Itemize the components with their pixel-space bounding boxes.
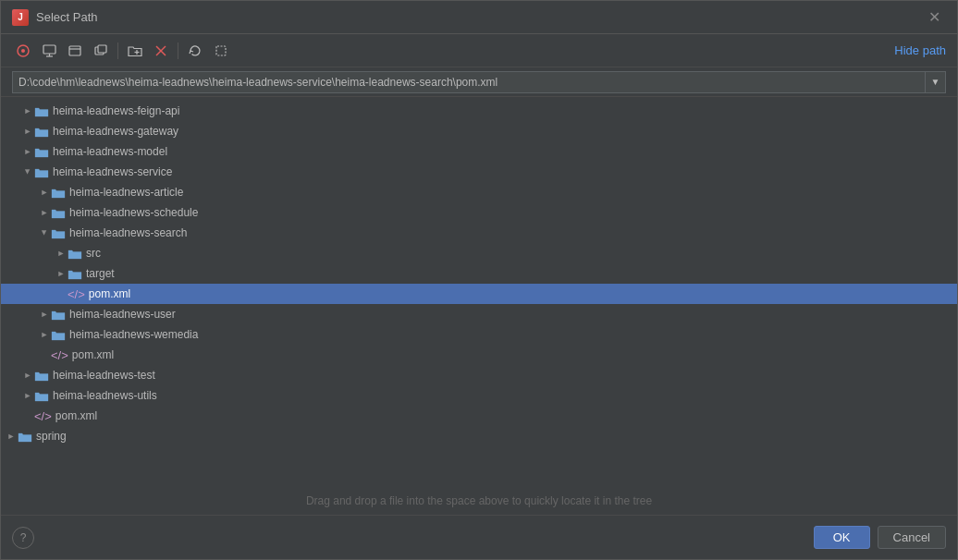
expand-arrow[interactable]: ► — [38, 186, 51, 199]
path-input[interactable] — [12, 71, 926, 93]
tree-item[interactable]: ► heima-leadnews-feign-api — [1, 101, 957, 121]
tree-item[interactable]: ►</>pom.xml — [1, 345, 957, 365]
item-label: heima-leadnews-schedule — [69, 206, 198, 219]
item-label: src — [86, 247, 101, 260]
folder-icon — [68, 247, 82, 260]
folder-icon — [34, 125, 49, 138]
tree-item[interactable]: ► heima-leadnews-test — [1, 365, 957, 385]
cancel-button[interactable]: Cancel — [878, 526, 946, 549]
tree-item[interactable]: ► heima-leadnews-gateway — [1, 121, 957, 141]
footer-buttons: OK Cancel — [814, 526, 946, 549]
home-button[interactable] — [12, 40, 34, 62]
expand-arrow[interactable]: ► — [21, 104, 34, 117]
svg-point-1 — [21, 49, 25, 53]
new-folder-button[interactable] — [124, 40, 146, 62]
folder-icon — [34, 165, 49, 178]
hide-path-button[interactable]: Hide path — [894, 43, 946, 57]
separator-1 — [117, 43, 118, 59]
window-button[interactable] — [64, 40, 86, 62]
item-label: spring — [36, 430, 67, 443]
tree-item[interactable]: ► heima-leadnews-model — [1, 141, 957, 162]
path-bar: ▼ — [1, 67, 957, 97]
tree-item[interactable]: ► heima-leadnews-schedule — [1, 202, 957, 223]
expand-arrow[interactable]: ► — [21, 165, 34, 178]
folder-icon — [18, 430, 32, 443]
item-label: pom.xml — [72, 348, 114, 361]
item-label: pom.xml — [89, 287, 130, 300]
expand-arrow[interactable]: ► — [38, 308, 51, 321]
tree-item[interactable]: ► src — [1, 243, 957, 263]
svg-rect-8 — [98, 45, 106, 53]
help-button[interactable]: ? — [12, 527, 34, 549]
item-label: heima-leadnews-feign-api — [53, 104, 179, 117]
item-label: heima-leadnews-service — [53, 165, 172, 178]
monitor-button[interactable] — [38, 40, 60, 62]
delete-button[interactable] — [150, 40, 172, 62]
svg-rect-5 — [69, 46, 80, 55]
svg-rect-13 — [216, 46, 226, 55]
expand-arrow[interactable]: ► — [38, 226, 51, 239]
xml-icon: </> — [34, 409, 52, 423]
item-label: heima-leadnews-wemedia — [69, 328, 198, 341]
xml-icon: </> — [51, 348, 68, 362]
tree-item[interactable]: ► spring — [1, 426, 957, 446]
ok-button[interactable]: OK — [814, 526, 870, 549]
item-label: heima-leadnews-test — [53, 369, 155, 382]
select-button[interactable] — [210, 40, 232, 62]
tree-area[interactable]: ► heima-leadnews-feign-api► heima-leadne… — [1, 97, 957, 487]
item-label: pom.xml — [55, 409, 97, 422]
dialog-title: Select Path — [36, 10, 98, 24]
tree-item[interactable]: ►</>pom.xml — [1, 284, 957, 304]
expand-arrow[interactable]: ► — [21, 369, 34, 382]
folder-icon — [34, 369, 49, 382]
title-bar: J Select Path ✕ — [1, 1, 957, 34]
expand-arrow[interactable]: ► — [38, 328, 51, 341]
tree-item[interactable]: ► heima-leadnews-article — [1, 182, 957, 202]
folder-icon — [68, 267, 82, 280]
toolbar: Hide path — [1, 34, 957, 67]
path-dropdown-button[interactable]: ▼ — [926, 71, 946, 93]
expand-arrow[interactable]: ► — [38, 206, 51, 219]
refresh-button[interactable] — [184, 40, 206, 62]
folder-icon — [51, 226, 66, 239]
expand-arrow[interactable]: ► — [21, 389, 34, 402]
drag-hint: Drag and drop a file into the space abov… — [1, 487, 957, 515]
expand-arrow[interactable]: ► — [55, 267, 68, 280]
expand-arrow[interactable]: ► — [5, 430, 18, 443]
close-button[interactable]: ✕ — [923, 8, 946, 27]
tree-item[interactable]: ► heima-leadnews-service — [1, 162, 957, 182]
multiwindow-button[interactable] — [90, 40, 112, 62]
expand-arrow[interactable]: ► — [55, 247, 68, 260]
item-label: heima-leadnews-user — [69, 308, 176, 321]
select-path-dialog: J Select Path ✕ — [0, 0, 958, 560]
tree-item[interactable]: ►</>pom.xml — [1, 406, 957, 426]
item-label: heima-leadnews-article — [69, 186, 183, 199]
tree-item[interactable]: ► heima-leadnews-wemedia — [1, 324, 957, 345]
footer: ? OK Cancel — [1, 515, 957, 559]
folder-icon — [34, 389, 49, 402]
expand-arrow[interactable]: ► — [21, 125, 34, 138]
tree-item[interactable]: ► heima-leadnews-search — [1, 223, 957, 243]
tree-item[interactable]: ► heima-leadnews-user — [1, 304, 957, 324]
svg-rect-2 — [43, 45, 55, 54]
item-label: heima-leadnews-utils — [53, 389, 157, 402]
folder-icon — [34, 145, 49, 158]
folder-icon — [51, 308, 66, 321]
item-label: heima-leadnews-gateway — [53, 125, 178, 138]
app-icon: J — [12, 9, 29, 26]
folder-icon — [51, 206, 66, 219]
title-left: J Select Path — [12, 9, 98, 26]
item-label: heima-leadnews-model — [53, 145, 167, 158]
separator-2 — [178, 43, 178, 59]
folder-icon — [51, 328, 66, 341]
folder-icon — [51, 186, 66, 199]
expand-arrow[interactable]: ► — [21, 145, 34, 158]
tree-item[interactable]: ► target — [1, 263, 957, 284]
xml-icon: </> — [68, 287, 85, 301]
folder-icon — [34, 104, 49, 117]
item-label: target — [86, 267, 115, 280]
item-label: heima-leadnews-search — [69, 226, 187, 239]
tree-item[interactable]: ► heima-leadnews-utils — [1, 385, 957, 406]
